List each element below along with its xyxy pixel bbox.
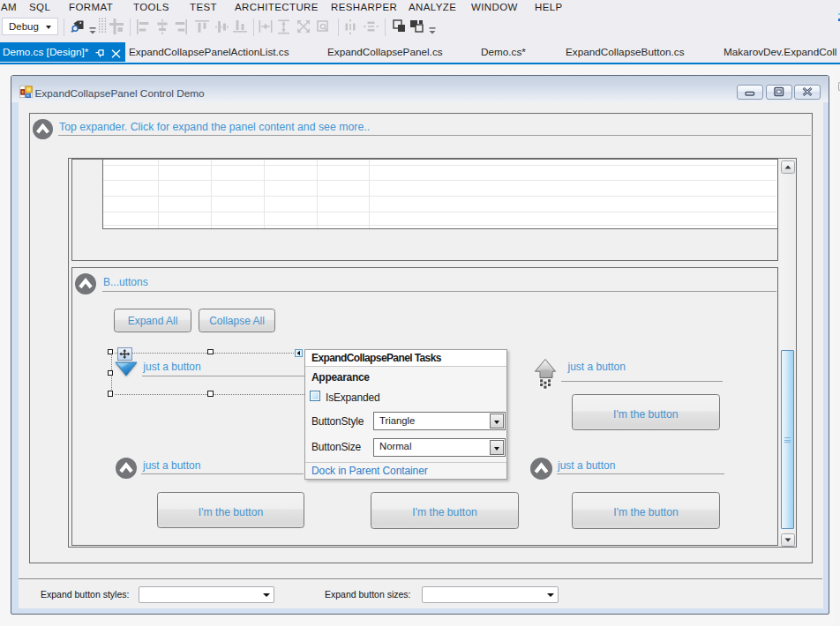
- align-bottoms-icon[interactable]: [233, 19, 249, 35]
- tab-demo-cs-[interactable]: Demo.cs*: [481, 46, 526, 57]
- menu-item-resharper[interactable]: RESHARPER: [331, 2, 397, 12]
- top-expander-underline: [58, 135, 811, 136]
- menu-item-test[interactable]: TEST: [190, 2, 217, 12]
- chevron-down-icon: [547, 593, 554, 597]
- bottom-left-expander-collapse-button[interactable]: [116, 458, 137, 479]
- bottom-right-expander-collapse-button[interactable]: [530, 458, 552, 480]
- buttons-expander-collapse-button[interactable]: [75, 273, 96, 294]
- grid-column-line: [158, 160, 159, 228]
- collapse-all-button[interactable]: Collapse All: [199, 309, 275, 332]
- selection-handle-bottom-mid[interactable]: [207, 391, 214, 397]
- maximize-button[interactable]: [766, 85, 792, 100]
- buttons-expander-label[interactable]: B...uttons: [103, 276, 148, 288]
- vertical-spacing-icon[interactable]: [364, 19, 379, 35]
- align-middles-icon-glyph: [215, 19, 229, 34]
- close-icon[interactable]: [111, 49, 121, 58]
- panel-scrollbar-thumb[interactable]: [781, 350, 794, 529]
- top-expander-label[interactable]: Top expander. Click for expand the panel…: [59, 121, 370, 133]
- menu-item-architecture[interactable]: ARCHITECTURE: [235, 2, 319, 12]
- bottom-left-expander-label[interactable]: just a button: [143, 459, 200, 472]
- align-tops-icon[interactable]: [195, 19, 211, 35]
- panel-scrollbar-up-button[interactable]: [781, 160, 795, 174]
- image-expander-label[interactable]: just a button: [568, 361, 626, 373]
- bring-to-front-icon[interactable]: [393, 19, 409, 35]
- same-size-icon[interactable]: [296, 19, 312, 35]
- designer-scrollbar-track[interactable]: [834, 65, 840, 626]
- align-bottoms-icon-glyph: [233, 19, 247, 34]
- align-centers-icon[interactable]: [156, 19, 172, 35]
- data-grid[interactable]: [102, 159, 778, 229]
- grid-column-line: [264, 160, 265, 228]
- grid-row-line: [103, 212, 776, 212]
- expander-triangle-icon[interactable]: [115, 361, 138, 376]
- smart-panel-title: ExpandCollapsePanel Tasks: [311, 352, 441, 364]
- align-rights-icon[interactable]: [175, 19, 191, 35]
- scroll-down-arrow-icon: [784, 538, 791, 542]
- image-expander-arrow-icon[interactable]: [531, 357, 559, 391]
- debug-configuration-label: Debug: [9, 21, 39, 32]
- selection-handle-bottom-left[interactable]: [108, 391, 114, 397]
- selection-border-top: [115, 353, 294, 354]
- im-the-button-bottom-right[interactable]: I'm the button: [572, 492, 720, 529]
- properties-window-icon-glyph: [71, 19, 86, 34]
- close-window-button[interactable]: [794, 85, 821, 100]
- menu-item-format[interactable]: FORMAT: [69, 2, 113, 12]
- debug-configuration-dropdown[interactable]: Debug: [2, 18, 58, 35]
- bottom-right-expander-label[interactable]: just a button: [558, 459, 615, 472]
- toolbar-overflow-icon-glyph: [89, 26, 96, 35]
- menu-item-am[interactable]: AM: [1, 2, 17, 12]
- button-size-combobox[interactable]: Normal: [373, 438, 506, 457]
- menu-item-sql[interactable]: SQL: [29, 2, 50, 12]
- expand-button-styles-combobox[interactable]: [139, 586, 274, 603]
- selected-expander-label[interactable]: just a button: [143, 361, 200, 373]
- same-height-icon-glyph: [277, 19, 290, 34]
- menu-item-window[interactable]: WINDOW: [471, 2, 518, 12]
- tab-makarovdev-expandcoll[interactable]: MakarovDev.ExpandColl: [724, 46, 836, 57]
- selection-move-handle[interactable]: [117, 347, 132, 361]
- panel-scrollbar-down-button[interactable]: [781, 533, 795, 547]
- grid-row-line: [103, 225, 776, 226]
- chevron-down-icon: [263, 593, 270, 597]
- expand-all-button[interactable]: Expand All: [114, 309, 191, 332]
- smart-tag-open-button[interactable]: [295, 349, 303, 357]
- tab-expandcollapsepanel-cs[interactable]: ExpandCollapsePanel.cs: [327, 46, 443, 57]
- document-well-accent-line: [0, 63, 840, 65]
- same-height-icon[interactable]: [277, 19, 293, 35]
- align-lefts-icon[interactable]: [136, 19, 152, 35]
- send-to-back-icon[interactable]: [409, 19, 425, 35]
- toolbar-overflow2-icon[interactable]: [429, 26, 445, 42]
- horizontal-spacing-icon-glyph: [343, 19, 357, 34]
- align-middles-icon[interactable]: [215, 19, 231, 35]
- minimize-button[interactable]: [737, 85, 763, 100]
- tab-demo-cs-design[interactable]: Demo.cs [Design]*: [0, 42, 125, 62]
- im-the-button-right[interactable]: I'm the button: [572, 394, 720, 430]
- size-to-grid-icon[interactable]: [316, 19, 332, 35]
- button-style-value: Triangle: [379, 415, 415, 426]
- align-tops-icon-glyph: [195, 19, 209, 34]
- horizontal-spacing-icon[interactable]: [343, 19, 359, 35]
- button-style-combobox[interactable]: Triangle: [373, 412, 506, 430]
- properties-window-icon[interactable]: [71, 19, 86, 34]
- menu-item-help[interactable]: HELP: [535, 2, 563, 12]
- dock-in-parent-link[interactable]: Dock in Parent Container: [311, 465, 428, 477]
- expand-button-sizes-combobox[interactable]: [422, 586, 559, 603]
- snap-to-grid-icon-glyph: [109, 19, 124, 34]
- is-expanded-checkbox[interactable]: [310, 391, 320, 401]
- menu-item-tools[interactable]: TOOLS: [133, 2, 169, 12]
- selection-handle-top-left[interactable]: [108, 349, 114, 355]
- snap-to-grid-icon[interactable]: [109, 19, 125, 34]
- selection-handle-top-mid[interactable]: [207, 349, 214, 355]
- button-style-dropdown-button[interactable]: [490, 414, 504, 429]
- tab-expandcollapsebutton-cs[interactable]: ExpandCollapseButton.cs: [566, 46, 685, 57]
- pin-icon[interactable]: [95, 49, 105, 59]
- im-the-button-bottom-left[interactable]: I'm the button: [157, 492, 304, 528]
- tab-expandcollapsepanelactionlist-cs[interactable]: ExpandCollapsePanelActionList.cs: [129, 46, 289, 57]
- im-the-button-bottom-middle[interactable]: I'm the button: [371, 492, 519, 529]
- same-width-icon[interactable]: [259, 19, 274, 35]
- selection-handle-left-mid[interactable]: [108, 370, 114, 376]
- menu-item-analyze[interactable]: ANALYZE: [409, 2, 456, 12]
- top-expander-collapse-button[interactable]: [33, 119, 53, 139]
- button-size-value: Normal: [379, 441, 411, 451]
- button-size-dropdown-button[interactable]: [490, 440, 504, 455]
- move-arrows-icon: [118, 348, 131, 360]
